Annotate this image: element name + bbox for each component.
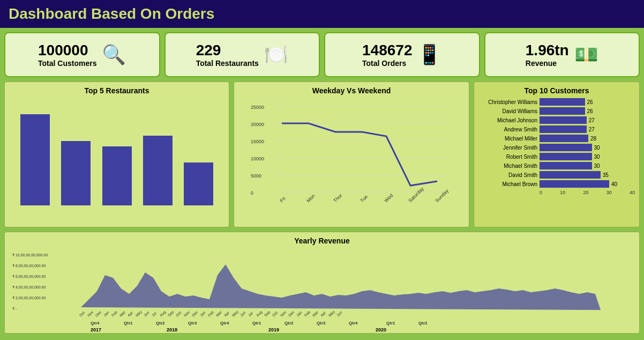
svg-text:Sep: Sep (167, 310, 175, 318)
top10-bars-container: Christopher Williams26David Williams26Mi… (478, 98, 635, 188)
axis-10: 10 (560, 190, 565, 195)
customer-value: 27 (589, 127, 595, 132)
svg-text:15000: 15000 (251, 139, 264, 144)
bar-item-1 (14, 114, 55, 205)
customer-value: 30 (594, 163, 600, 169)
svg-text:Sep: Sep (264, 310, 272, 318)
svg-text:Jan: Jan (199, 311, 206, 317)
svg-text:Fri: Fri (279, 196, 286, 203)
svg-text:Aug: Aug (159, 310, 167, 318)
revenue-icon: 💵 (574, 43, 598, 66)
kpi-card-revenue: 1.96tn Revenue 💵 (484, 32, 640, 77)
customer-name: David Smith (478, 172, 537, 178)
customer-bar (540, 135, 588, 142)
axis-30: 30 (606, 190, 612, 195)
customer-bar (540, 125, 587, 133)
svg-text:10000: 10000 (251, 156, 264, 161)
weekday-line-chart: 25000 20000 15000 10000 5000 0 Fri Mon T… (238, 98, 465, 205)
customer-row: Robert Smith30 (478, 153, 635, 160)
svg-text:Feb: Feb (111, 310, 118, 317)
svg-text:₹ 8,00,00,00,000.00: ₹ 8,00,00,00,000.00 (12, 264, 46, 268)
customer-row: Michael Smith30 (478, 162, 635, 169)
top10-axis: 0 10 20 30 40 (478, 190, 635, 195)
axis-20: 20 (583, 190, 588, 195)
svg-text:2017: 2017 (91, 327, 101, 331)
svg-text:2020: 2020 (376, 327, 386, 331)
customer-row: Jennifer Smith30 (478, 144, 635, 151)
kpi-revenue-number: 1.96tn (526, 42, 569, 59)
svg-text:Jun: Jun (239, 311, 246, 317)
kpi-orders-label: Total Orders (362, 59, 412, 68)
customer-value: 26 (587, 108, 593, 114)
weekday-title: Weekday Vs Weekend (238, 86, 465, 95)
svg-text:Sunday: Sunday (434, 188, 450, 203)
svg-text:Jan: Jan (296, 311, 303, 317)
customer-name: Jennifer Smith (478, 145, 537, 151)
customer-row: Michael Brown40 (478, 180, 635, 188)
svg-text:Nov: Nov (183, 310, 191, 317)
customer-row: David Smith35 (478, 171, 635, 179)
svg-text:₹ 4,00,00,00,000.00: ₹ 4,00,00,00,000.00 (12, 285, 46, 289)
header: Dashboard Based On Orders (0, 0, 644, 28)
svg-text:Jun: Jun (336, 311, 343, 317)
svg-text:0: 0 (251, 190, 253, 196)
top5-title: Top 5 Restaurants (9, 86, 224, 95)
svg-text:Dec: Dec (288, 310, 295, 317)
svg-text:Thur: Thur (332, 193, 343, 203)
customer-bar (540, 116, 587, 124)
top10-panel: Top 10 Customers Christopher Williams26D… (474, 82, 640, 227)
page-title: Dashboard Based On Orders (9, 5, 214, 23)
kpi-revenue-label: Revenue (526, 59, 569, 68)
svg-text:₹ 2,00,00,00,000.00: ₹ 2,00,00,00,000.00 (12, 296, 46, 300)
kpi-restaurants-number: 229 (196, 42, 259, 59)
kpi-orders-text: 148672 Total Orders (362, 42, 412, 68)
yearly-revenue-section: Yearly Revenue ₹ 10,00,00,00,000.00 ₹ 8,… (4, 232, 640, 334)
bar-item-5 (178, 162, 219, 205)
customer-value: 30 (594, 145, 600, 151)
svg-text:Mar: Mar (119, 310, 126, 317)
customer-row: Michael Miller28 (478, 135, 635, 142)
svg-text:Mar: Mar (312, 310, 319, 317)
axis-0: 0 (540, 190, 542, 195)
svg-text:Tue: Tue (359, 194, 369, 204)
bar-1 (20, 114, 50, 205)
customer-value: 30 (594, 154, 600, 160)
yearly-title: Yearly Revenue (9, 236, 635, 245)
svg-text:Qtr4: Qtr4 (349, 321, 358, 326)
customer-name: Andrew Smith (478, 127, 537, 132)
svg-text:May: May (328, 309, 336, 317)
svg-text:₹ -: ₹ - (12, 307, 17, 311)
customer-value: 27 (589, 117, 595, 123)
customer-name: David Williams (478, 108, 537, 114)
bar-item-4 (137, 136, 178, 205)
weekday-panel: Weekday Vs Weekend 25000 20000 15000 100… (234, 82, 469, 227)
yearly-revenue-chart: ₹ 10,00,00,00,000.00 ₹ 8,00,00,00,000.00… (9, 248, 635, 331)
svg-text:Qtr2: Qtr2 (284, 321, 294, 326)
svg-text:Saturday: Saturday (407, 186, 425, 204)
svg-text:Qtr4: Qtr4 (220, 321, 229, 326)
svg-text:5000: 5000 (251, 173, 261, 179)
kpi-restaurants-label: Total Restaurants (196, 59, 259, 68)
svg-text:Dec: Dec (95, 310, 102, 317)
customer-bar (540, 98, 585, 106)
svg-text:Apr: Apr (127, 311, 134, 318)
customer-value: 26 (587, 99, 593, 105)
orders-icon: 📱 (417, 43, 441, 66)
svg-text:Mar: Mar (215, 310, 223, 317)
svg-text:May: May (135, 309, 143, 317)
svg-text:Jan: Jan (103, 311, 110, 317)
svg-text:2018: 2018 (167, 327, 177, 331)
main-content-row: Top 5 Restaurants Weekday Vs Weekend 250… (0, 82, 644, 232)
top5-restaurants-panel: Top 5 Restaurants (4, 82, 229, 227)
customer-bar (540, 171, 601, 179)
kpi-restaurants-text: 229 Total Restaurants (196, 42, 259, 68)
svg-text:Qtr1: Qtr1 (252, 321, 261, 326)
customer-row: Michael Johnson27 (478, 116, 635, 124)
svg-text:Qtr1: Qtr1 (124, 321, 133, 326)
bar-3 (102, 146, 132, 205)
svg-text:Wed: Wed (383, 193, 394, 203)
svg-text:Aug: Aug (256, 310, 264, 318)
kpi-card-restaurants: 229 Total Restaurants 🍽️ (164, 32, 320, 77)
svg-text:Jun: Jun (143, 311, 150, 317)
top5-bar-chart (9, 98, 224, 205)
